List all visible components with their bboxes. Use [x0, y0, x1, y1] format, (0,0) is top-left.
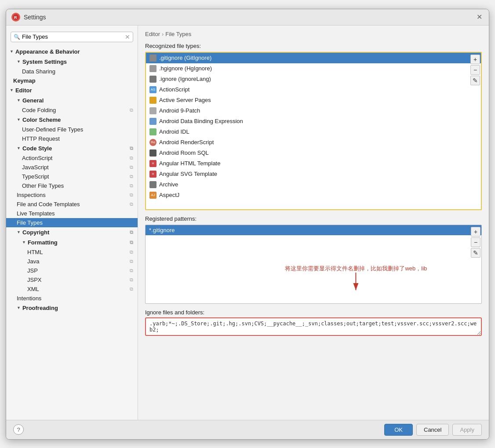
- apply-button[interactable]: Apply: [452, 424, 482, 436]
- sidebar-item-code-folding[interactable]: Code Folding ⧉: [6, 106, 138, 115]
- sidebar-item-formatting[interactable]: ▼ Formatting ⧉: [6, 237, 138, 248]
- sidebar-item-jspx[interactable]: JSPX ⧉: [6, 275, 138, 284]
- aspectj-icon: AJ: [149, 192, 157, 199]
- expand-icon: ▼: [22, 240, 26, 244]
- sidebar-item-http-request[interactable]: HTTP Request: [6, 134, 138, 143]
- list-item[interactable]: AJ AspectJ: [146, 190, 481, 200]
- hg-icon: [149, 65, 157, 72]
- sidebar-item-live-templates[interactable]: Live Templates: [6, 209, 138, 218]
- sidebar-item-actionscript[interactable]: ActionScript ⧉: [6, 153, 138, 163]
- help-button[interactable]: ?: [13, 424, 24, 435]
- sidebar-item-jsp[interactable]: JSP ⧉: [6, 266, 138, 275]
- sidebar-item-html[interactable]: HTML ⧉: [6, 248, 138, 257]
- sidebar-item-data-sharing[interactable]: Data Sharing: [6, 67, 138, 76]
- sidebar-group-editor[interactable]: ▼ Editor: [6, 85, 138, 95]
- sidebar-item-keymap[interactable]: Keymap: [6, 76, 138, 85]
- sidebar-item-javascript[interactable]: JavaScript ⧉: [6, 163, 138, 172]
- file-type-name: Android RenderScript: [159, 139, 214, 146]
- copy-icon: ⧉: [130, 268, 133, 273]
- file-type-name: AspectJ: [159, 192, 179, 198]
- sidebar-item-label: Copyright: [22, 229, 49, 236]
- sidebar-item-user-defined-file-types[interactable]: User-Defined File Types: [6, 125, 138, 134]
- list-item[interactable]: Active Server Pages: [146, 95, 481, 106]
- idl-icon: [149, 128, 157, 135]
- copy-icon: ⧉: [130, 259, 133, 264]
- angular-svg-icon: H: [149, 171, 157, 178]
- ok-button[interactable]: OK: [384, 424, 413, 436]
- copy-icon: ⧉: [130, 174, 133, 179]
- sidebar-item-label: JSP: [27, 267, 38, 274]
- room-icon: [149, 149, 157, 157]
- list-item[interactable]: Android IDL: [146, 127, 481, 137]
- copy-icon: ⧉: [130, 183, 133, 189]
- patterns-label: Registered patterns:: [145, 215, 482, 222]
- git-icon: [149, 55, 157, 62]
- copy-icon: ⧉: [130, 201, 133, 207]
- list-item[interactable]: AS ActionScript: [146, 84, 481, 95]
- title-bar-left: R Settings: [11, 13, 46, 22]
- sidebar-item-file-types[interactable]: File Types: [6, 218, 138, 227]
- remove-file-type-button[interactable]: −: [470, 65, 480, 75]
- list-item[interactable]: Archive: [146, 179, 481, 190]
- list-item[interactable]: .gitignore (GitIgnore): [146, 53, 481, 63]
- copy-icon: ⧉: [130, 229, 133, 235]
- sidebar-item-xml[interactable]: XML ⧉: [6, 284, 138, 294]
- recognized-types-label: Recognized file types:: [145, 43, 482, 49]
- list-item[interactable]: Re Android RenderScript: [146, 137, 481, 148]
- file-type-name: Angular HTML Template: [159, 160, 220, 167]
- search-input-wrap[interactable]: 🔍 ✕: [11, 32, 133, 42]
- annotation-arrow: [343, 273, 369, 295]
- sidebar-item-proofreading[interactable]: ▼ Proofreading: [6, 303, 138, 313]
- sidebar-item-inspections[interactable]: Inspections ⧉: [6, 190, 138, 200]
- sidebar-item-intentions[interactable]: Intentions: [6, 294, 138, 303]
- list-item[interactable]: H Angular HTML Template: [146, 158, 481, 169]
- title-bar: R Settings ✕: [6, 9, 489, 25]
- cancel-button[interactable]: Cancel: [416, 424, 449, 436]
- list-item[interactable]: .hgignore (HgIgnore): [146, 63, 481, 74]
- copy-icon: ⧉: [130, 192, 133, 198]
- sidebar-item-typescript[interactable]: TypeScript ⧉: [6, 172, 138, 181]
- sidebar-group-appearance[interactable]: ▼ Appearance & Behavior: [6, 47, 138, 57]
- breadcrumb-file-types: File Types: [165, 31, 191, 37]
- list-item[interactable]: H Angular SVG Template: [146, 169, 481, 179]
- sidebar-item-system-settings[interactable]: ▼ System Settings: [6, 57, 138, 67]
- ignore-input[interactable]: .yarb;*~;.DS_Store;.git;.hg;.svn;CVS;__p…: [145, 317, 482, 336]
- sidebar-item-label: JSPX: [27, 277, 42, 283]
- sidebar-item-java[interactable]: Java ⧉: [6, 257, 138, 266]
- sidebar-item-file-code-templates[interactable]: File and Code Templates ⧉: [6, 200, 138, 209]
- sidebar-item-label: User-Defined File Types: [22, 126, 83, 133]
- sidebar-item-other-file-types[interactable]: Other File Types ⧉: [6, 181, 138, 190]
- close-button[interactable]: ✕: [475, 13, 484, 22]
- add-pattern-button[interactable]: +: [471, 227, 480, 237]
- list-item[interactable]: Android Room SQL: [146, 148, 481, 158]
- breadcrumb-separator: ›: [162, 31, 164, 37]
- sidebar-item-label: Keymap: [13, 77, 36, 84]
- sidebar-item-general[interactable]: ▼ General: [6, 95, 138, 106]
- sidebar-item-label: ActionScript: [22, 155, 52, 161]
- sidebar-item-color-scheme[interactable]: ▼ Color Scheme: [6, 115, 138, 125]
- add-file-type-button[interactable]: +: [470, 55, 480, 64]
- sidebar-item-label: File Types: [17, 219, 43, 226]
- list-item[interactable]: Android Data Binding Expression: [146, 116, 481, 127]
- annotation-area: 将这里你需要显示得文件名删掉，比如我删掉了web，lib: [285, 265, 427, 295]
- edit-pattern-button[interactable]: ✎: [471, 248, 480, 258]
- sidebar-item-label: Code Folding: [22, 107, 56, 113]
- sidebar-item-copyright[interactable]: ▼ Copyright ⧉: [6, 227, 138, 237]
- edit-file-type-button[interactable]: ✎: [470, 76, 480, 85]
- search-input[interactable]: [22, 33, 123, 40]
- file-type-name: Active Server Pages: [159, 97, 211, 103]
- sidebar-item-label: File and Code Templates: [17, 201, 80, 208]
- file-types-list-container: .gitignore (GitIgnore) .hgignore (HgIgno…: [145, 52, 482, 210]
- expand-icon: ▼: [10, 88, 14, 92]
- sidebar-item-label: Intentions: [17, 295, 41, 302]
- remove-pattern-button[interactable]: −: [471, 237, 480, 247]
- list-item[interactable]: Android 9-Patch: [146, 106, 481, 116]
- sidebar-item-label: Data Sharing: [22, 68, 55, 75]
- list-item[interactable]: .ignore (IgnoreLang): [146, 74, 481, 84]
- sidebar-item-code-style[interactable]: ▼ Code Style ⧉: [6, 143, 138, 153]
- sidebar-item-label: System Settings: [22, 58, 67, 65]
- archive-icon: [149, 181, 157, 188]
- pattern-item[interactable]: *.gitignore: [146, 225, 481, 235]
- file-types-list[interactable]: .gitignore (GitIgnore) .hgignore (HgIgno…: [146, 53, 481, 209]
- search-clear-button[interactable]: ✕: [125, 33, 130, 40]
